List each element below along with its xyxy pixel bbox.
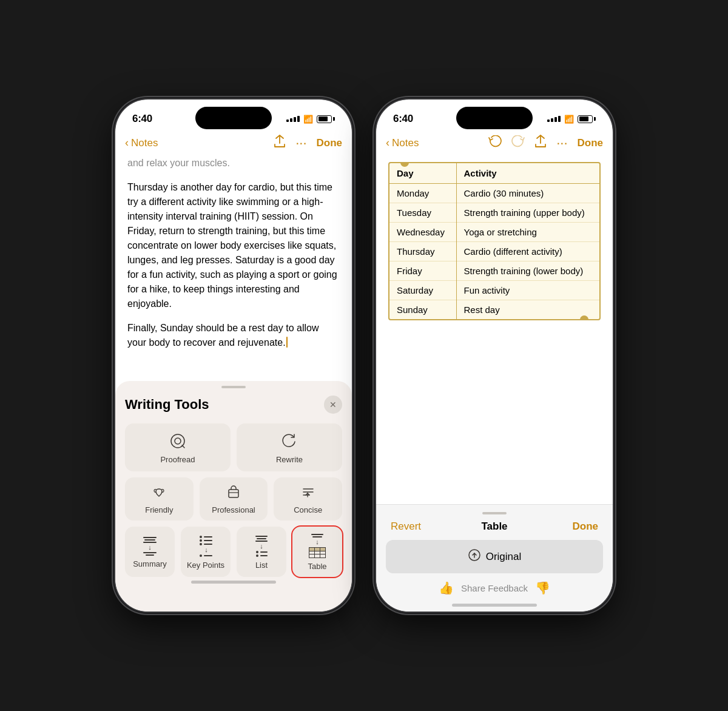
table-row: ThursdayCardio (different activity) <box>389 242 599 261</box>
proofread-label: Proofread <box>160 455 195 464</box>
table-cell-day: Thursday <box>389 242 456 261</box>
phone-right: 6:40 📶 ‹ Notes <box>376 99 613 612</box>
list-label: List <box>255 561 268 570</box>
rewrite-label: Rewrite <box>276 455 303 464</box>
tools-row-2: Friendly Professional <box>125 477 342 521</box>
note-para-2: Thursday is another day for cardio, but … <box>127 180 340 311</box>
table-cell-day: Tuesday <box>389 203 456 223</box>
original-button[interactable]: Original <box>386 540 603 573</box>
note-para-1: and relax your muscles. <box>127 156 340 170</box>
summary-button[interactable]: ↓ Summary <box>125 527 175 577</box>
nav-bar-left: ‹ Notes ··· Done <box>115 132 352 156</box>
panel-close-button[interactable]: ✕ <box>324 396 342 414</box>
feedback-label: Share Feedback <box>461 583 528 593</box>
action-done-button[interactable]: Done <box>529 521 598 533</box>
dynamic-island-right <box>456 107 533 129</box>
table-cell-activity: Strength training (upper body) <box>456 203 599 223</box>
table-cell-day: Sunday <box>389 300 456 320</box>
dynamic-island <box>195 107 272 129</box>
table-row: FridayStrength training (lower body) <box>389 261 599 281</box>
key-points-button[interactable]: ↓ Key Points <box>181 527 231 577</box>
panel-handle <box>221 386 246 388</box>
proofread-button[interactable]: Proofread <box>125 423 231 471</box>
notes-table-container: Day Activity MondayCardio (30 minutes)Tu… <box>388 162 601 320</box>
nav-back-label-left: Notes <box>131 137 158 149</box>
notes-table: Day Activity MondayCardio (30 minutes)Tu… <box>389 163 599 319</box>
nav-actions-left: ··· Done <box>234 135 342 151</box>
panel-header: Writing Tools ✕ <box>125 396 342 414</box>
list-button[interactable]: ↓ List <box>237 527 286 577</box>
table-label: Table <box>308 562 326 571</box>
revert-button[interactable]: Revert <box>391 521 460 533</box>
concise-icon <box>301 485 315 502</box>
more-icon-right[interactable]: ··· <box>556 135 567 151</box>
signal-icon-right <box>547 116 561 122</box>
tools-row-1: Proofread Rewrite <box>125 423 342 471</box>
status-time-left: 6:40 <box>132 113 152 125</box>
signal-icon <box>286 116 300 122</box>
action-title: Table <box>460 521 529 533</box>
battery-icon-right <box>578 115 596 123</box>
key-points-icon: ↓ <box>200 536 212 557</box>
thumbs-down-icon[interactable]: 👎 <box>535 581 550 595</box>
notes-content: and relax your muscles. Thursday is anot… <box>115 156 352 386</box>
table-cell-day: Friday <box>389 261 456 281</box>
thumbs-up-icon[interactable]: 👍 <box>439 581 454 595</box>
nav-actions-right: ··· Done <box>488 135 603 151</box>
table-cell-activity: Rest day <box>456 300 599 320</box>
proofread-icon <box>170 433 186 451</box>
table-content: Day Activity MondayCardio (30 minutes)Tu… <box>376 156 613 326</box>
text-cursor <box>286 337 288 348</box>
summary-label: Summary <box>133 559 167 568</box>
svg-rect-3 <box>229 490 238 497</box>
nav-back-right[interactable]: ‹ Notes <box>386 136 488 149</box>
feedback-row: 👍 Share Feedback 👎 <box>376 581 613 600</box>
table-row: TuesdayStrength training (upper body) <box>389 203 599 223</box>
rewrite-button[interactable]: Rewrite <box>237 423 342 471</box>
tools-row-3: ↓ Summary ↓ Key Points <box>125 527 342 577</box>
table-cell-activity: Cardio (different activity) <box>456 242 599 261</box>
friendly-label: Friendly <box>145 505 173 514</box>
concise-button[interactable]: Concise <box>274 477 342 521</box>
status-icons-right: 📶 <box>547 115 596 124</box>
col-header-activity: Activity <box>456 163 599 184</box>
table-cell-day: Monday <box>389 184 456 203</box>
notes-text: and relax your muscles. Thursday is anot… <box>127 156 340 350</box>
svg-point-1 <box>175 438 181 444</box>
undo-icon[interactable] <box>488 135 502 150</box>
table-cell-activity: Fun activity <box>456 281 599 300</box>
wifi-icon: 📶 <box>303 115 313 124</box>
summary-icon: ↓ <box>143 537 157 556</box>
share-icon[interactable] <box>274 135 286 151</box>
table-cell-activity: Strength training (lower body) <box>456 261 599 281</box>
friendly-button[interactable]: Friendly <box>125 477 194 521</box>
table-cell-activity: Yoga or stretching <box>456 223 599 242</box>
panel-title: Writing Tools <box>125 397 209 413</box>
back-chevron-icon: ‹ <box>125 136 129 149</box>
share-icon-right[interactable] <box>534 135 547 151</box>
table-button[interactable]: ↓ Table <box>292 527 342 577</box>
action-bar-top: Revert Table Done <box>376 521 613 540</box>
close-icon: ✕ <box>329 400 337 409</box>
battery-icon <box>317 115 335 123</box>
panel-handle-right <box>482 512 507 514</box>
more-icon[interactable]: ··· <box>295 135 306 151</box>
table-cell-day: Wednesday <box>389 223 456 242</box>
col-header-day: Day <box>389 163 456 184</box>
professional-label: Professional <box>212 505 255 514</box>
friendly-icon <box>152 485 166 502</box>
writing-tools-panel: Writing Tools ✕ Proofread <box>115 381 352 612</box>
wifi-icon-right: 📶 <box>564 115 574 124</box>
nav-back-label-right: Notes <box>392 137 419 149</box>
nav-done-left[interactable]: Done <box>317 137 343 149</box>
concise-label: Concise <box>294 505 322 514</box>
nav-back-left[interactable]: ‹ Notes <box>125 136 234 149</box>
table-row: WednesdayYoga or stretching <box>389 223 599 242</box>
rewrite-icon <box>281 433 297 451</box>
redo-icon[interactable] <box>511 135 525 150</box>
action-bar: Revert Table Done Original 👍 Share Feedb… <box>376 504 613 612</box>
key-points-label: Key Points <box>187 561 224 570</box>
nav-done-right[interactable]: Done <box>578 137 604 149</box>
nav-bar-right: ‹ Notes <box>376 132 613 156</box>
professional-button[interactable]: Professional <box>200 477 268 521</box>
